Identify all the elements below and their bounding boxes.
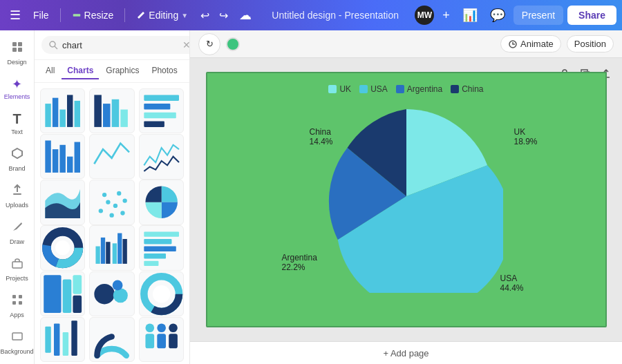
- projects-icon: [10, 256, 24, 274]
- clear-icon[interactable]: ✕: [182, 39, 190, 50]
- cloud-icon: ☁: [235, 5, 256, 26]
- svg-point-39: [102, 193, 106, 197]
- chart-item-bar3[interactable]: [89, 225, 134, 270]
- chart-item-ring[interactable]: [139, 271, 184, 316]
- chart-item-people[interactable]: [139, 317, 184, 362]
- text-label: Text: [11, 128, 23, 135]
- svg-rect-58: [144, 247, 176, 251]
- chart-item-hbar4[interactable]: [40, 317, 85, 362]
- tab-all[interactable]: All: [40, 63, 60, 79]
- sidebar-item-draw[interactable]: Draw: [2, 215, 32, 249]
- svg-rect-7: [12, 262, 22, 268]
- avatar: MW: [415, 6, 434, 25]
- file-button[interactable]: File: [28, 7, 55, 23]
- add-user-button[interactable]: +: [438, 6, 454, 26]
- svg-rect-2: [18, 42, 22, 46]
- chart-item-arc[interactable]: [89, 317, 134, 362]
- svg-rect-24: [95, 95, 102, 126]
- legend-uk-label: UK: [339, 84, 351, 94]
- legend-argentina-label: Argentina: [407, 84, 442, 94]
- legend-argentina-dot: [396, 85, 404, 93]
- sidebar-item-projects[interactable]: Projects: [2, 252, 32, 286]
- legend-usa-label: USA: [370, 84, 388, 94]
- tab-charts[interactable]: Charts: [62, 63, 99, 79]
- svg-point-66: [113, 288, 128, 303]
- chart-item-line2[interactable]: [139, 134, 184, 179]
- svg-rect-3: [12, 48, 17, 52]
- slide[interactable]: UK USA Argentina China: [206, 72, 607, 327]
- svg-rect-36: [75, 142, 80, 173]
- search-input-wrap: ✕: [41, 36, 190, 54]
- editing-button[interactable]: Editing ▼: [131, 7, 194, 23]
- sidebar-item-brand[interactable]: Brand: [2, 142, 32, 176]
- chart-item-hbar3[interactable]: [139, 225, 184, 270]
- apps-icon: [10, 293, 24, 310]
- tab-graphics[interactable]: Graphics: [100, 63, 144, 79]
- animate-button[interactable]: Animate: [500, 35, 561, 52]
- chart-item-hbar2[interactable]: [40, 134, 85, 179]
- chart-item-bar2[interactable]: [89, 88, 134, 133]
- top-nav: ☰ File Resize Editing ▼ ↩ ↪ ☁ Untitled d…: [0, 0, 622, 30]
- svg-rect-11: [19, 301, 22, 305]
- resize-button[interactable]: Resize: [66, 7, 120, 23]
- sidebar-item-design[interactable]: Design: [2, 36, 32, 70]
- chart-item-rect[interactable]: [40, 271, 85, 316]
- svg-rect-51: [101, 238, 105, 264]
- search-icon: [48, 40, 58, 50]
- svg-rect-73: [63, 332, 68, 356]
- chart-item-hbar1[interactable]: [139, 88, 184, 133]
- chart-item-donut[interactable]: [40, 225, 85, 270]
- undo-redo-group: ↩ ↪: [196, 6, 232, 25]
- svg-point-41: [117, 191, 121, 195]
- sidebar-item-elements[interactable]: ✦ Elements: [2, 73, 32, 104]
- search-bar: ✕: [35, 30, 189, 60]
- chart-item-bubble[interactable]: [89, 271, 134, 316]
- svg-rect-31: [144, 121, 164, 126]
- animate-icon: [508, 39, 518, 49]
- chart-item-scatter[interactable]: [89, 180, 134, 224]
- svg-point-75: [145, 323, 154, 332]
- svg-rect-56: [144, 232, 179, 237]
- comment-button[interactable]: 💬: [486, 5, 509, 26]
- hamburger-icon: ☰: [10, 8, 21, 23]
- document-title: Untitled design - Presentation: [272, 10, 399, 21]
- main-layout: Design ✦ Elements T Text Brand Uploads: [0, 30, 622, 364]
- chart-item-line1[interactable]: [89, 134, 134, 179]
- present-button[interactable]: Present: [513, 6, 563, 25]
- tab-videos[interactable]: Videos: [185, 63, 189, 79]
- refresh-button[interactable]: ↻: [198, 33, 220, 55]
- svg-point-40: [113, 204, 117, 208]
- design-label: Design: [7, 59, 26, 66]
- position-button[interactable]: Position: [567, 35, 614, 52]
- svg-rect-23: [75, 101, 80, 127]
- add-page-button[interactable]: + Add page: [383, 348, 428, 358]
- sidebar-item-text[interactable]: T Text: [2, 107, 32, 140]
- slide-container: UK USA Argentina China: [190, 58, 622, 341]
- sidebar-item-uploads[interactable]: Uploads: [2, 179, 32, 213]
- redo-button[interactable]: ↪: [215, 6, 232, 25]
- uploads-icon: [10, 183, 24, 200]
- chart-item-pie1[interactable]: [139, 180, 184, 224]
- chart-item-area1[interactable]: [40, 180, 85, 224]
- undo-button[interactable]: ↩: [196, 6, 214, 25]
- elements-grid: [35, 83, 189, 364]
- share-button[interactable]: Share: [567, 6, 616, 25]
- svg-rect-21: [59, 110, 65, 127]
- menu-button[interactable]: ☰: [6, 5, 25, 26]
- elements-icon: ✦: [12, 77, 22, 92]
- pie-chart-svg[interactable]: [310, 99, 503, 293]
- search-input[interactable]: [62, 40, 178, 50]
- analytics-button[interactable]: 📊: [458, 5, 482, 26]
- sidebar-item-background[interactable]: Background: [2, 325, 32, 359]
- svg-rect-76: [145, 334, 154, 348]
- legend-china-dot: [451, 85, 459, 93]
- draw-label: Draw: [10, 238, 24, 245]
- svg-point-49: [55, 241, 70, 256]
- svg-rect-33: [53, 149, 58, 173]
- tab-photos[interactable]: Photos: [146, 63, 182, 79]
- color-picker[interactable]: [226, 37, 240, 51]
- legend-usa-dot: [359, 85, 368, 93]
- category-tabs: All Charts Graphics Photos Videos ›: [35, 60, 189, 83]
- sidebar-item-apps[interactable]: Apps: [2, 289, 32, 323]
- chart-item-bar1[interactable]: [40, 88, 85, 133]
